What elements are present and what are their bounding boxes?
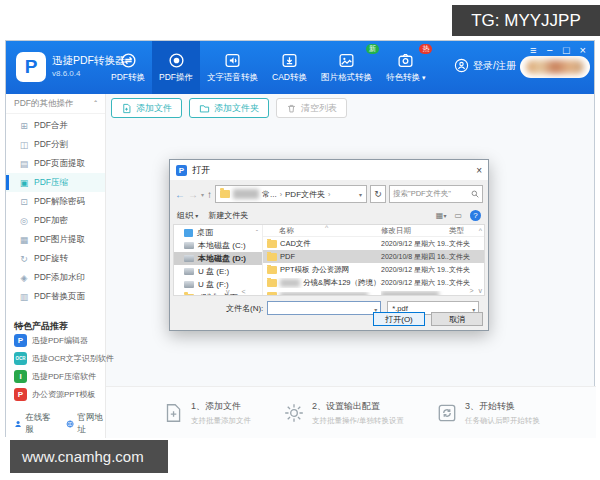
tab-pdf-convert[interactable]: PDF转换 xyxy=(104,41,152,94)
preview-pane-icon[interactable]: ▭ xyxy=(454,211,462,220)
refresh-button[interactable]: ↻ xyxy=(370,185,386,203)
scroll-up-icon[interactable]: ^ xyxy=(479,227,482,234)
sidebar-item-pdf-compress[interactable]: ▣PDF压缩 xyxy=(6,173,105,192)
login-register-button[interactable]: 登录/注册 xyxy=(454,58,516,73)
filename-input[interactable]: ▾ xyxy=(267,301,381,315)
minimize-button[interactable]: − xyxy=(546,44,552,56)
sidebar-item-pdf-remove-password[interactable]: ⊡PDF解除密码 xyxy=(6,192,105,211)
add-file-icon xyxy=(121,103,132,114)
organize-menu[interactable]: 组织 ▾ xyxy=(177,210,198,221)
drive-icon xyxy=(184,255,194,262)
tab-cad-convert[interactable]: CAD转换 xyxy=(265,41,314,94)
steps-bar: 1、添加文件 支持批量添加文件 2、设置输出配置 支持批量操作/单独转换设置 3… xyxy=(106,386,596,438)
file-row[interactable]: PPT模板 办公资源网 2020/9/12 星期六 19... 文件夹 xyxy=(263,263,484,276)
tree-item-test-desktop[interactable]: (测试) 桌面 xyxy=(174,291,262,296)
promo-item-pdf-editor[interactable]: P 迅捷PDF编辑器 xyxy=(14,334,88,347)
gear-icon xyxy=(283,402,305,424)
scroll-right-icon[interactable]: > xyxy=(469,287,473,294)
menu-icon[interactable]: ≡ xyxy=(530,44,536,56)
sidebar-item-pdf-replace-page[interactable]: ▥PDF替换页面 xyxy=(6,287,105,306)
breadcrumb-folder[interactable]: PDF文件夹 xyxy=(285,189,325,200)
dialog-title: 打开 xyxy=(192,164,210,177)
step-start-convert: 3、开始转换 任务确认后即开始转换 xyxy=(436,400,540,426)
sidebar-item-pdf-watermark[interactable]: ◈PDF添加水印 xyxy=(6,268,105,287)
cancel-button[interactable]: 取消 xyxy=(431,312,483,326)
dialog-view-controls: ▦▾ ▭ ? xyxy=(436,210,481,221)
file-row[interactable]: CAD文件 2020/9/12 星期六 19... 文件夹 xyxy=(263,237,484,250)
file-name: CAD文件 xyxy=(280,239,311,249)
address-chevron-icon[interactable]: ▾ xyxy=(359,191,362,198)
tree-item-usb-e[interactable]: U 盘 (E:) xyxy=(174,265,262,278)
file-row[interactable]: 分镜&脚本129（跨境）-迅捷... 2020/9/12 星期六 19... 文… xyxy=(263,276,484,289)
encrypt-icon: ◎ xyxy=(19,216,29,226)
online-support-link[interactable]: 在线客服 xyxy=(14,412,53,436)
file-row-blurred[interactable] xyxy=(263,289,484,295)
sidebar-item-label: PDF替换页面 xyxy=(34,291,85,303)
merge-icon: ⊞ xyxy=(19,121,29,131)
promo-item-pdf-compressor[interactable]: I 迅捷PDF压缩软件 xyxy=(14,370,96,383)
image-extract-icon: ▦ xyxy=(19,235,29,245)
folder-icon xyxy=(267,292,277,296)
promo-links: 在线客服 官网地址 xyxy=(14,412,105,436)
tree-item-disk-d[interactable]: 本地磁盘 (D:) xyxy=(174,252,262,265)
help-icon[interactable]: ? xyxy=(470,210,481,221)
column-date[interactable]: 修改日期 xyxy=(381,226,449,236)
sidebar-item-pdf-page-extract[interactable]: ▤PDF页面提取 xyxy=(6,154,105,173)
tab-pdf-operate[interactable]: PDF操作 xyxy=(152,41,200,94)
sidebar-item-pdf-image-extract[interactable]: ▦PDF图片提取 xyxy=(6,230,105,249)
clear-list-button[interactable]: 清空列表 xyxy=(276,98,347,118)
page-extract-icon: ▤ xyxy=(19,159,29,169)
tab-label: 图片格式转换 xyxy=(321,72,372,84)
sidebar-item-pdf-encrypt[interactable]: ◎PDF加密 xyxy=(6,211,105,230)
view-chevron-icon: ▾ xyxy=(443,213,446,219)
maximize-button[interactable]: □ xyxy=(563,44,570,56)
promo-item-ocr[interactable]: OCR 迅捷OCR文字识别软件 xyxy=(14,352,114,365)
open-file-dialog: P 打开 × ← → ▾ ↑ 常... › PDF文件夹 › ▾ ↻ xyxy=(169,159,489,331)
forward-icon[interactable]: → xyxy=(188,189,198,200)
vip-upgrade-button[interactable] xyxy=(520,56,590,78)
open-button[interactable]: 打开(O) xyxy=(373,312,425,326)
address-bar[interactable]: 常... › PDF文件夹 › ▾ xyxy=(215,185,367,203)
history-chevron-icon[interactable]: ▾ xyxy=(201,191,204,198)
promo-item-label: 迅捷PDF编辑器 xyxy=(32,335,88,346)
scroll-left-icon[interactable]: < xyxy=(242,288,246,295)
file-row-selected[interactable]: PDF 2020/10/8 星期四 16... 文件夹 xyxy=(263,250,484,263)
tree-item-usb-f[interactable]: U 盘 (F:) xyxy=(174,278,262,291)
tree-item-disk-c[interactable]: 本地磁盘 (C:) xyxy=(174,239,262,252)
file-type: 文件夹 xyxy=(449,252,484,262)
promo-item-ppt-templates[interactable]: P 办公资源PPT模板 xyxy=(14,388,96,401)
sidebar-header[interactable]: PDF的其他操作 ˆ xyxy=(6,94,105,114)
tab-text-speech-convert[interactable]: 文字语音转换 xyxy=(200,41,265,94)
scroll-down-icon[interactable]: v xyxy=(226,288,230,295)
view-mode-icon[interactable]: ▦▾ xyxy=(436,211,447,220)
back-icon[interactable]: ← xyxy=(175,189,185,200)
tab-label: PDF转换 xyxy=(111,72,145,84)
tree-item-desktop[interactable]: 桌面 ˆ xyxy=(174,226,262,239)
add-folder-icon xyxy=(199,103,210,114)
file-toolbar: 添加文件 添加文件夹 清空列表 xyxy=(111,98,347,118)
cad-download-icon xyxy=(281,52,298,69)
sidebar-item-pdf-merge[interactable]: ⊞PDF合并 xyxy=(6,116,105,135)
add-file-button[interactable]: 添加文件 xyxy=(111,98,182,118)
sidebar-item-pdf-rotate[interactable]: ↻PDF旋转 xyxy=(6,249,105,268)
step-desc: 支持批量添加文件 xyxy=(191,416,251,426)
tab-image-format-convert[interactable]: 新 图片格式转换 xyxy=(314,41,379,94)
new-folder-button[interactable]: 新建文件夹 xyxy=(208,210,248,221)
drive-icon xyxy=(184,281,194,288)
up-icon[interactable]: ↑ xyxy=(207,189,212,200)
dialog-close-button[interactable]: × xyxy=(476,165,482,176)
add-folder-label: 添加文件夹 xyxy=(214,102,259,115)
scroll-down-icon[interactable]: v xyxy=(479,287,483,294)
blurred-vip-content xyxy=(526,60,584,74)
close-button[interactable]: × xyxy=(580,44,586,56)
breadcrumb-mid[interactable]: 常... xyxy=(262,189,277,200)
tree-collapse-icon[interactable]: ˆ xyxy=(256,229,258,236)
sidebar-item-pdf-split[interactable]: ◫PDF分割 xyxy=(6,135,105,154)
tg-contact-text: TG: MYYJJPP xyxy=(471,11,581,31)
column-name[interactable]: 名称 xyxy=(263,226,381,236)
dialog-search-input[interactable]: 搜索"PDF文件夹" xyxy=(389,185,483,203)
add-folder-button[interactable]: 添加文件夹 xyxy=(189,98,269,118)
tab-special-convert[interactable]: 热 特色转换 ▾ xyxy=(379,41,433,94)
official-site-link[interactable]: 官网地址 xyxy=(66,412,105,436)
rotate-icon: ↻ xyxy=(19,254,29,264)
